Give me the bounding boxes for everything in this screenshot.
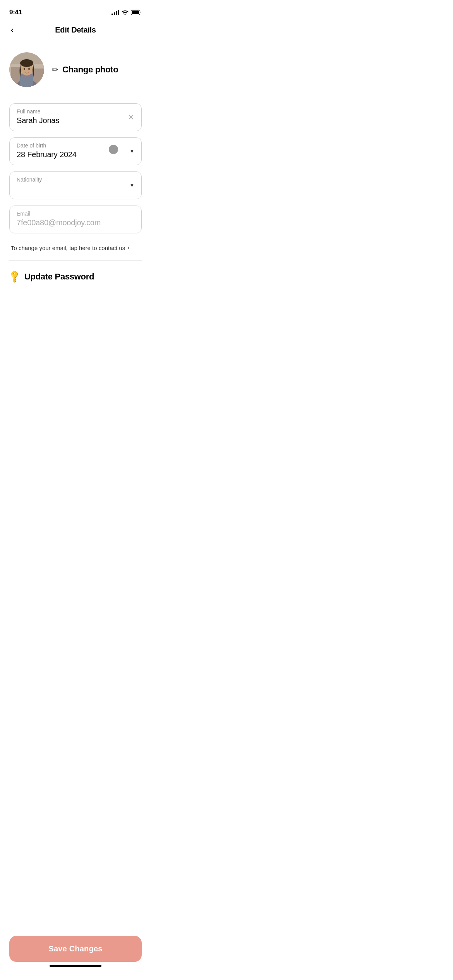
date-dropdown-button[interactable]: ▼: [130, 149, 134, 154]
nationality-label: Nationality: [17, 176, 134, 183]
signal-icon: [112, 10, 119, 15]
key-icon: 🔑: [7, 269, 22, 284]
date-of-birth-field[interactable]: Date of birth 28 February 2024 ▼: [9, 137, 142, 165]
pencil-icon: ✏: [52, 65, 58, 74]
svg-point-11: [24, 68, 25, 70]
status-bar: 9:41: [0, 0, 151, 19]
email-change-arrow-icon: ›: [127, 244, 129, 251]
content-area: ✏ Change photo Full name Sarah Jonas ✕ D…: [0, 41, 151, 345]
email-label: Email: [17, 211, 134, 217]
close-icon: ✕: [128, 113, 134, 122]
nationality-field[interactable]: Nationality ▼: [9, 171, 142, 199]
status-icons: [112, 10, 142, 15]
wifi-icon: [122, 10, 129, 15]
update-password-button[interactable]: 🔑 Update Password: [9, 270, 94, 283]
section-divider: [9, 260, 142, 261]
chevron-down-icon: ▼: [130, 149, 134, 154]
nav-header: ‹ Edit Details: [0, 19, 151, 41]
avatar-section: ✏ Change photo: [9, 48, 142, 91]
full-name-value: Sarah Jonas: [17, 116, 134, 125]
back-button[interactable]: ‹: [9, 24, 15, 37]
email-change-link[interactable]: To change your email, tap here to contac…: [9, 244, 142, 251]
bottom-spacer: [9, 283, 142, 338]
svg-rect-1: [132, 10, 139, 14]
email-value: 7fe00a80@moodjoy.com: [17, 218, 134, 227]
date-indicator: [109, 145, 118, 154]
battery-icon: [131, 10, 142, 15]
avatar: [9, 52, 44, 87]
back-icon: ‹: [11, 25, 14, 35]
full-name-clear-button[interactable]: ✕: [128, 113, 134, 122]
nationality-dropdown-button[interactable]: ▼: [130, 183, 134, 188]
status-time: 9:41: [9, 9, 22, 16]
chevron-down-icon: ▼: [130, 183, 134, 188]
update-password-label: Update Password: [24, 272, 94, 282]
email-change-text: To change your email, tap here to contac…: [11, 245, 125, 251]
change-photo-button[interactable]: ✏ Change photo: [52, 65, 118, 75]
email-field: Email 7fe00a80@moodjoy.com: [9, 206, 142, 233]
form-section: Full name Sarah Jonas ✕ Date of birth 28…: [9, 103, 142, 251]
full-name-field[interactable]: Full name Sarah Jonas ✕: [9, 103, 142, 131]
full-name-label: Full name: [17, 108, 134, 115]
svg-point-10: [20, 59, 33, 67]
page-title: Edit Details: [55, 26, 96, 34]
change-photo-label: Change photo: [62, 65, 118, 75]
svg-point-12: [28, 68, 30, 70]
